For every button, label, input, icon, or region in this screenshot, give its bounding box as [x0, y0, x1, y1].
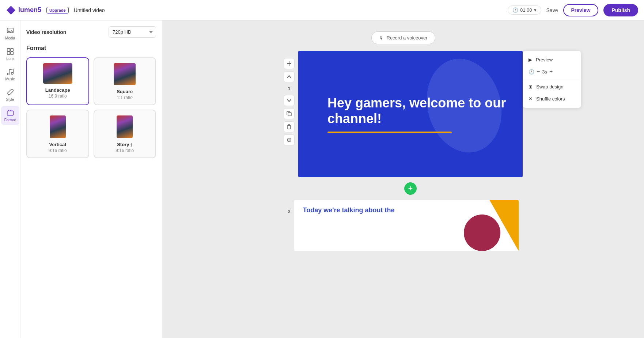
format-panel: Video resolution 720p HD 1080p HD 4K For…	[20, 20, 162, 338]
voiceover-label: Record a voiceover	[387, 35, 428, 41]
chevron-down-icon	[287, 99, 291, 102]
add-scene-button[interactable]	[284, 58, 295, 69]
info-icon: ℹ	[130, 143, 132, 148]
add-animation-button[interactable]	[284, 134, 295, 145]
format-ratio-square: 1:1 ratio	[117, 95, 133, 100]
logo: lumen5 Upgrade	[6, 5, 69, 15]
timer-info-icon: 🕐	[529, 69, 534, 75]
sidebar-icons: Media Icons Music Style	[0, 20, 20, 338]
svg-point-8	[11, 72, 13, 75]
slide-2-number: 2	[288, 207, 290, 216]
context-preview[interactable]: ▶ Preview	[523, 54, 581, 66]
video-title[interactable]: Untitled video	[74, 7, 105, 13]
copy-icon	[287, 111, 292, 116]
slide-1-main[interactable]: Hey gamers, welcome to our channel!	[298, 51, 523, 177]
chevron-down-icon: ▾	[534, 7, 537, 13]
slide-underline	[327, 132, 452, 133]
format-ratio-story: 9:16 ratio	[115, 148, 134, 153]
svg-rect-4	[10, 49, 13, 51]
add-slide-button[interactable]: +	[404, 182, 417, 195]
trash-icon	[287, 124, 291, 129]
add-scene-icon	[287, 61, 292, 66]
swap-icon: ⊞	[529, 84, 533, 90]
format-card-square[interactable]: Square 1:1 ratio	[94, 57, 156, 105]
context-preview-label: Preview	[536, 57, 553, 62]
move-down-button[interactable]	[284, 95, 295, 106]
svg-rect-15	[288, 113, 291, 116]
plus-icon: +	[408, 184, 413, 193]
resolution-row: Video resolution 720p HD 1080p HD 4K	[26, 26, 156, 38]
sidebar-label-icons: Icons	[6, 57, 15, 61]
preview-button[interactable]: Preview	[563, 4, 599, 16]
sidebar-label-media: Media	[5, 36, 15, 40]
format-thumb-square	[114, 63, 136, 85]
timer-plus-button[interactable]: +	[549, 68, 553, 75]
context-divider-1	[523, 79, 581, 79]
format-grid: Landscape 16:9 ratio Square 1:1 ratio	[26, 57, 156, 158]
format-icon	[6, 109, 14, 117]
slide-2-main[interactable]: Today we're talking about the	[294, 200, 519, 251]
svg-rect-5	[7, 52, 10, 54]
context-swap[interactable]: ⊞ Swap design	[523, 81, 581, 93]
voiceover-button[interactable]: 🎙 Record a voiceover	[371, 31, 435, 44]
format-thumb-story	[117, 115, 133, 138]
slide-2-controls: 2	[288, 200, 290, 216]
play-icon: ▶	[529, 57, 532, 62]
timer-minus-button[interactable]: −	[537, 68, 540, 75]
logo-icon	[6, 5, 16, 15]
slide-1-content: Hey gamers, welcome to our channel!	[298, 51, 523, 177]
svg-marker-0	[7, 6, 15, 15]
chevron-up-icon	[287, 75, 291, 78]
format-name-story: Story	[117, 142, 129, 147]
context-panel: ▶ Preview 🕐 − 3s + ⊞ Swap design	[523, 51, 581, 108]
slide-headline: Hey gamers, welcome to our channel!	[327, 95, 508, 126]
timer-value: 01:00	[520, 7, 532, 13]
sidebar-label-format: Format	[4, 118, 16, 122]
upgrade-badge[interactable]: Upgrade	[46, 7, 69, 14]
format-ratio-landscape: 16:9 ratio	[49, 94, 67, 99]
svg-rect-9	[7, 111, 13, 115]
format-thumb-landscape	[43, 63, 72, 84]
format-name-square: Square	[117, 89, 133, 94]
svg-rect-3	[7, 49, 10, 51]
context-shuffle[interactable]: ✕ Shuffle colors	[523, 93, 581, 105]
format-ratio-vertical: 9:16 ratio	[49, 148, 67, 153]
sidebar-label-music: Music	[5, 77, 15, 81]
slide-1-controls: 1	[284, 51, 295, 145]
format-card-landscape[interactable]: Landscape 16:9 ratio	[26, 57, 89, 105]
svg-rect-6	[10, 52, 13, 54]
format-card-vertical[interactable]: Vertical 9:16 ratio	[26, 110, 89, 158]
duplicate-button[interactable]	[284, 108, 295, 119]
save-button[interactable]: Save	[546, 7, 558, 13]
delete-button[interactable]	[284, 121, 295, 132]
animation-icon	[287, 137, 292, 143]
sidebar-item-icons[interactable]: Icons	[1, 45, 19, 64]
sidebar-item-music[interactable]: Music	[1, 65, 19, 84]
music-icon	[6, 68, 14, 76]
resolution-select[interactable]: 720p HD 1080p HD 4K	[109, 26, 156, 38]
svg-rect-16	[288, 126, 291, 129]
sidebar-item-format[interactable]: Format	[1, 106, 19, 125]
shape-maroon	[464, 214, 500, 251]
shuffle-icon: ✕	[529, 96, 533, 102]
format-title: Format	[26, 45, 156, 52]
svg-point-7	[7, 73, 9, 75]
context-timer-value: 3s	[542, 69, 547, 75]
star-icon	[6, 48, 14, 56]
move-up-button[interactable]	[284, 71, 295, 82]
sidebar-item-media[interactable]: Media	[1, 24, 19, 43]
format-name-landscape: Landscape	[45, 87, 70, 93]
svg-point-2	[8, 29, 10, 31]
context-swap-label: Swap design	[536, 84, 563, 90]
slide-1-number: 1	[288, 84, 290, 93]
publish-button[interactable]: Publish	[603, 4, 638, 16]
slide-2-container: 2 Today we're talking about the	[288, 200, 518, 251]
slide-1-container: 1 Hey gamers, w	[284, 51, 523, 200]
sidebar-label-style: Style	[6, 98, 14, 102]
clock-icon: 🕐	[512, 7, 518, 13]
slide-2-shapes	[446, 200, 519, 251]
timer-pill[interactable]: 🕐 01:00 ▾	[508, 5, 541, 15]
sidebar-item-style[interactable]: Style	[1, 86, 19, 105]
format-card-story[interactable]: Story ℹ 9:16 ratio	[94, 110, 156, 158]
svg-rect-14	[287, 63, 291, 64]
